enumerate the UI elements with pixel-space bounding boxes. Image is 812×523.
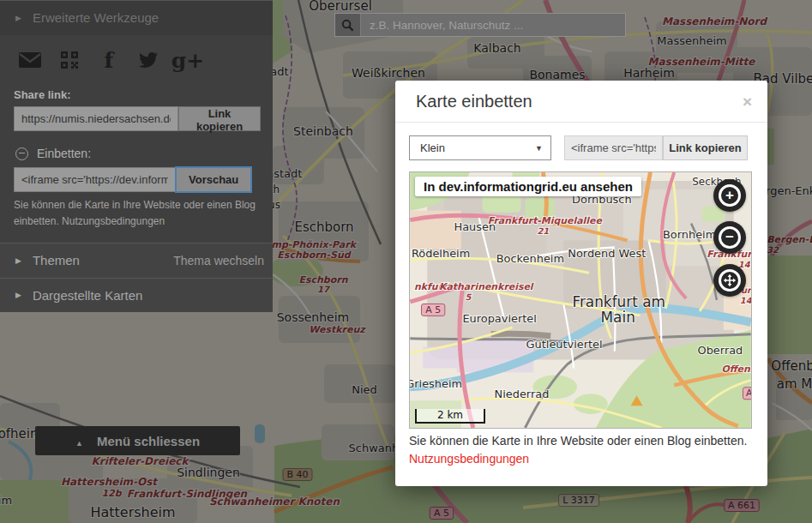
embed-terms-link[interactable]: Nutzungsbedingungen xyxy=(62,215,165,227)
collapse-minus-icon[interactable] xyxy=(15,147,28,160)
map-shield: A xyxy=(743,388,751,400)
map-label: Niederrad xyxy=(495,388,550,400)
zoom-out-button[interactable]: − xyxy=(713,221,746,254)
map-label: Bornheim xyxy=(663,228,716,241)
minus-icon: − xyxy=(725,230,734,244)
embed-label: Einbetten: xyxy=(37,147,91,160)
terms-link[interactable]: Nutzungsbedingungen xyxy=(409,452,529,466)
caret-right-icon: ▶ xyxy=(15,256,21,265)
select-caret-icon: ▼ xyxy=(535,144,543,153)
sidebar-item-themen[interactable]: ▶ Themen Thema wechseln xyxy=(0,243,273,278)
view-on-host-banner[interactable]: In dev.informationgrid.eu ansehen xyxy=(415,177,641,196)
googleplus-icon[interactable]: g+ xyxy=(175,49,201,71)
map-label: Katharinenkreisel xyxy=(439,281,534,292)
map-label: Griesheim xyxy=(410,377,462,390)
map-label: Europaviertel xyxy=(462,312,536,325)
map-label: Nordend West xyxy=(568,247,646,260)
menu-item-label: Themen xyxy=(33,253,80,268)
dialog-title: Karte einbetten xyxy=(416,92,532,111)
map-label: 21 xyxy=(537,226,549,236)
embed-map: DornbuschSeckbachHausenFrankfurt-Miquela… xyxy=(410,172,751,428)
qr-code-icon[interactable] xyxy=(57,49,82,71)
email-icon[interactable] xyxy=(17,49,43,71)
embed-code-input[interactable] xyxy=(14,167,176,192)
size-select-value: Klein xyxy=(420,141,445,154)
dialog-help-text: Sie können die Karte in Ihre Website ode… xyxy=(409,434,747,448)
svg-text:A 5: A 5 xyxy=(425,304,441,316)
caret-right-icon: ▶ xyxy=(15,14,21,22)
dialog-header: Karte einbetten × xyxy=(395,81,767,123)
share-sidebar: ▼ Teilen xyxy=(0,0,273,312)
dialog-embed-code-input[interactable] xyxy=(564,135,663,160)
map-label: Offenba xyxy=(722,364,751,375)
app: OberurselKalbachBonamesHarheimMassenheim… xyxy=(0,0,812,523)
embed-help-text: Sie können die Karte in Ihre Website ode… xyxy=(0,192,273,232)
preview-button[interactable]: Vorschau xyxy=(176,167,251,192)
zoom-in-button[interactable]: + xyxy=(713,179,746,212)
share-icon-row: f g+ xyxy=(0,35,273,80)
sidebar-menu: ▶ Drucken ▶ Zeichnen & Messen auf der Ka… xyxy=(0,243,273,312)
caret-right-icon: ▶ xyxy=(15,291,21,299)
pan-button[interactable] xyxy=(713,264,746,297)
search-bar xyxy=(334,13,626,37)
dialog-copy-link-button[interactable]: Link kopieren xyxy=(663,135,748,160)
caret-up-icon: ▲ xyxy=(75,439,83,448)
menu-item-label: Dargestellte Karten xyxy=(33,288,142,303)
close-icon[interactable]: × xyxy=(743,93,752,110)
search-icon[interactable] xyxy=(335,14,361,36)
svg-text:A: A xyxy=(746,388,751,399)
menu-item-label: Erweiterte Werkzeuge xyxy=(33,10,159,25)
share-link-label: Share link: xyxy=(0,80,273,106)
sidebar-item-dargestellte-karten[interactable]: ▶ Dargestellte Karten xyxy=(0,278,273,313)
sidebar-item-erweiterte-werkzeuge[interactable]: ▶ Erweiterte Werkzeuge xyxy=(0,0,273,35)
copy-link-button[interactable]: Link kopieren xyxy=(178,106,261,131)
map-label: Bockenheim xyxy=(496,252,564,265)
map-label: 14 xyxy=(740,296,751,305)
menu-close-button[interactable]: ▲ Menü schliessen xyxy=(35,426,240,455)
thema-wechseln-link[interactable]: Thema wechseln xyxy=(173,254,264,268)
map-label: Main xyxy=(601,309,635,326)
move-icon xyxy=(723,274,737,287)
search-input[interactable] xyxy=(361,14,625,36)
map-shield: A 5 xyxy=(421,304,444,316)
scale-bar: 2 km xyxy=(415,409,485,424)
map-label: 5 xyxy=(465,292,472,302)
map-label: Frankfurt-Miquelallee xyxy=(488,215,603,226)
map-label: Gütleutviertel xyxy=(526,338,603,351)
share-link-input[interactable] xyxy=(14,106,178,131)
facebook-icon[interactable]: f xyxy=(96,49,122,71)
menu-close-label: Menü schliessen xyxy=(97,434,200,448)
size-select[interactable]: Klein ▼ xyxy=(409,135,551,160)
twitter-icon[interactable] xyxy=(135,49,161,71)
plus-icon: + xyxy=(725,188,734,202)
dialog-controls: Klein ▼ Link kopieren xyxy=(395,135,767,161)
map-label: Rödelheim xyxy=(412,247,470,260)
share-section: f g+ Share link: Link kopieren Einbetten… xyxy=(0,35,273,243)
map-label: Oberrad xyxy=(698,344,743,357)
map-preview[interactable]: DornbuschSeckbachHausenFrankfurt-Miquela… xyxy=(409,171,752,429)
embed-dialog: Karte einbetten × Klein ▼ Link kopieren xyxy=(395,81,767,486)
